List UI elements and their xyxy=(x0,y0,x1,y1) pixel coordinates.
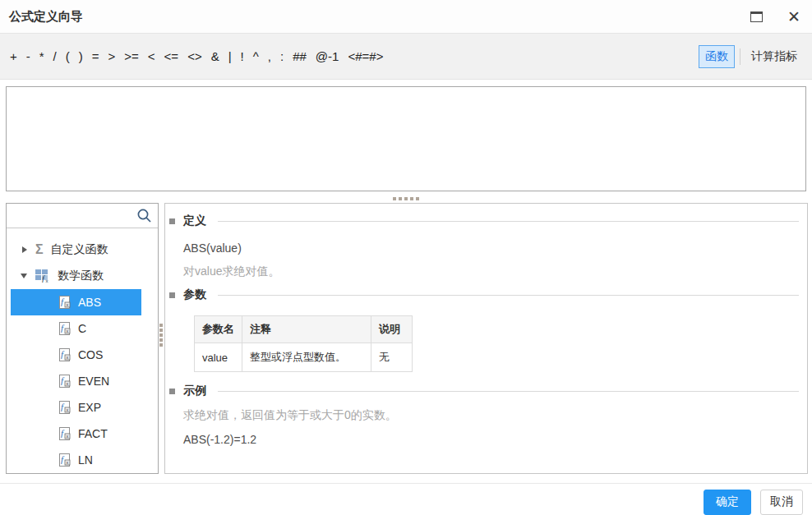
panel-resize-handle[interactable] xyxy=(159,324,163,347)
param-table-cell: 整型或浮点型数值。 xyxy=(242,343,371,372)
section-rule xyxy=(218,391,799,392)
svg-text:x: x xyxy=(66,302,68,307)
tree-item-label: 自定义函数 xyxy=(51,242,108,257)
sigma-icon: Σ xyxy=(35,243,44,256)
cancel-button[interactable]: 取消 xyxy=(760,490,803,515)
function-icon: f x xyxy=(59,296,71,309)
svg-text:x: x xyxy=(66,381,68,386)
operator-button[interactable]: <= xyxy=(164,49,179,63)
operator-button[interactable]: - xyxy=(26,49,30,63)
operator-button[interactable]: > xyxy=(108,49,116,63)
dialog-titlebar: 公式定义向导 ✕ xyxy=(0,0,812,34)
param-table-row: value整型或浮点型数值。无 xyxy=(195,343,413,372)
operator-button[interactable]: , xyxy=(268,49,271,63)
example-body: 求绝对值，返回值为等于或大于0的实数。 ABS(-1.2)=1.2 xyxy=(183,407,799,448)
parameters-section-header: 参数 xyxy=(169,284,799,306)
function-icon: f x xyxy=(59,322,71,335)
operator-button[interactable]: + xyxy=(10,49,17,63)
operator-button[interactable]: / xyxy=(53,49,57,63)
function-tree: Σ自定义函数 f x 数学函数 f x ABS f x C f x COS f … xyxy=(7,228,158,473)
tree-item-label: COS xyxy=(78,348,103,361)
operator-button[interactable]: & xyxy=(211,49,219,63)
operator-button[interactable]: : xyxy=(280,49,284,63)
window-controls: ✕ xyxy=(750,9,800,25)
tab-divider xyxy=(740,48,740,65)
section-bullet-icon xyxy=(169,389,175,394)
operator-button[interactable]: ## xyxy=(293,49,307,63)
definition-body: ABS(value) 对value求绝对值。 xyxy=(183,240,799,279)
search-icon[interactable] xyxy=(136,208,152,223)
svg-text:x: x xyxy=(66,329,68,333)
tree-item-ln[interactable]: f x LN xyxy=(11,447,141,473)
param-table-header-cell: 参数名 xyxy=(195,316,242,343)
section-rule xyxy=(218,221,799,222)
section-bullet-icon xyxy=(169,218,175,224)
tab-calc-indicators[interactable]: 计算指标 xyxy=(745,45,804,68)
operator-button[interactable]: ! xyxy=(241,49,244,63)
definition-section-header: 定义 xyxy=(169,210,799,232)
operator-toolbar: +-*/()=>>=<<=<>&|!^,:##@-1<#=#> 函数 计算指标 xyxy=(0,34,812,80)
tree-item-c[interactable]: f x C xyxy=(11,315,141,342)
parameters-table: 参数名注释说明 value整型或浮点型数值。无 xyxy=(194,315,413,372)
svg-text:x: x xyxy=(66,460,68,465)
example-description: 求绝对值，返回值为等于或大于0的实数。 xyxy=(183,407,799,423)
function-icon: f x xyxy=(59,375,71,388)
tree-collapse-icon[interactable] xyxy=(21,274,27,278)
tree-item-自定义函数[interactable]: Σ自定义函数 xyxy=(11,237,141,263)
tree-item-exp[interactable]: f x EXP xyxy=(11,394,141,421)
maximize-icon[interactable] xyxy=(750,11,763,22)
function-icon: f x xyxy=(59,427,71,440)
svg-text:x: x xyxy=(66,355,68,360)
tree-item-label: EVEN xyxy=(78,375,109,388)
function-icon: f x xyxy=(59,453,71,467)
param-table-cell: value xyxy=(195,343,242,372)
operator-button[interactable]: @-1 xyxy=(316,49,339,63)
section-rule xyxy=(218,295,799,296)
param-table-header-cell: 说明 xyxy=(371,316,413,343)
operator-button[interactable]: ( xyxy=(66,49,70,63)
operator-button[interactable]: = xyxy=(92,49,99,63)
parameters-section-title: 参数 xyxy=(183,287,206,302)
operator-button[interactable]: <#=#> xyxy=(348,49,383,63)
definition-section-title: 定义 xyxy=(183,214,206,228)
operator-button[interactable]: ) xyxy=(79,49,83,63)
example-section-title: 示例 xyxy=(183,384,206,398)
svg-text:x: x xyxy=(66,434,68,439)
formula-input[interactable] xyxy=(6,86,806,191)
tree-item-label: EXP xyxy=(78,401,101,414)
tree-item-label: 数学函数 xyxy=(58,269,104,283)
mode-tabs: 函数 计算指标 xyxy=(699,45,804,68)
close-icon[interactable]: ✕ xyxy=(787,9,800,25)
tree-item-even[interactable]: f x EVEN xyxy=(11,368,141,394)
tab-functions[interactable]: 函数 xyxy=(699,45,735,68)
operator-button[interactable]: <> xyxy=(187,49,202,63)
tree-item-label: ABS xyxy=(78,296,101,309)
formula-wizard-dialog: 公式定义向导 ✕ +-*/()=>>=<<=<>&|!^,:##@-1<#=#>… xyxy=(0,0,812,515)
param-table-cell: 无 xyxy=(371,343,413,372)
function-search-input[interactable] xyxy=(12,204,136,228)
operator-button[interactable]: * xyxy=(39,49,44,63)
function-search-box xyxy=(7,204,158,228)
ok-button[interactable]: 确定 xyxy=(704,490,751,515)
svg-text:x: x xyxy=(46,278,48,283)
tree-item-数学函数[interactable]: f x 数学函数 xyxy=(11,263,141,289)
operator-button[interactable]: >= xyxy=(124,49,139,63)
tree-item-abs[interactable]: f x ABS xyxy=(11,289,141,315)
param-table-header-cell: 注释 xyxy=(242,316,371,343)
operator-button[interactable]: < xyxy=(148,49,155,63)
operator-list: +-*/()=>>=<<=<>&|!^,:##@-1<#=#> xyxy=(10,49,383,63)
function-description: 对value求绝对值。 xyxy=(183,263,799,279)
tree-item-cos[interactable]: f x COS xyxy=(11,342,141,368)
operator-button[interactable]: ^ xyxy=(253,49,259,63)
horizontal-splitter[interactable] xyxy=(0,195,812,203)
function-icon: f x xyxy=(59,348,71,361)
splitter-grip-icon xyxy=(393,197,419,200)
dialog-footer: 确定 取消 xyxy=(0,483,812,515)
operator-button[interactable]: | xyxy=(228,49,232,63)
function-detail-panel: 定义 ABS(value) 对value求绝对值。 参数 参数名注释说明 val… xyxy=(164,203,808,474)
dialog-title: 公式定义向导 xyxy=(9,9,83,25)
tree-item-fact[interactable]: f x FACT xyxy=(11,421,141,447)
tree-expand-icon[interactable] xyxy=(22,246,27,253)
parameters-body: 参数名注释说明 value整型或浮点型数值。无 xyxy=(183,315,799,372)
function-icon: f x xyxy=(59,401,71,414)
